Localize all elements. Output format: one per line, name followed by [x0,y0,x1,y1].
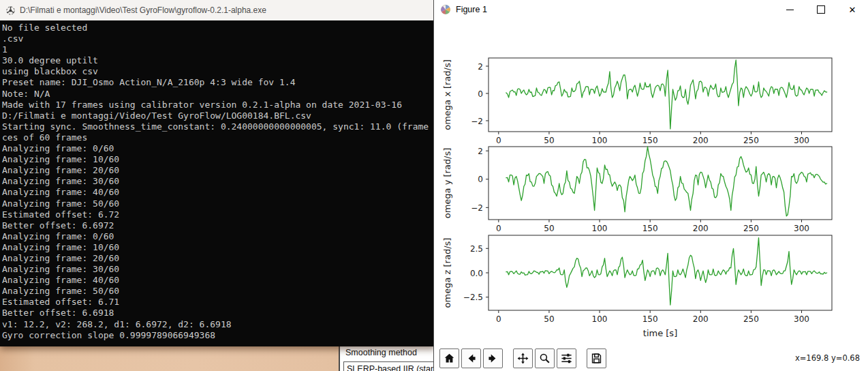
zoom-button[interactable] [535,348,555,368]
console-text[interactable]: No file selected.csv130.0 degree uptiltu… [0,20,436,346]
svg-text:50: 50 [544,314,554,324]
console-line: Analyzing frame: 0/60 [2,143,436,154]
screen: Smoothing method SLERP-based IIR (standa… [0,0,868,371]
svg-text:0: 0 [496,224,501,233]
svg-text:300: 300 [794,314,809,324]
sliders-icon [560,352,573,365]
svg-text:200: 200 [693,224,709,233]
svg-text:250: 250 [743,224,759,233]
maximize-button[interactable] [805,0,837,19]
svg-text:150: 150 [642,224,658,233]
home-icon [443,352,456,365]
console-line: Estimated offset: 6.71 [2,297,436,308]
back-button[interactable] [461,348,481,368]
console-line: Better offset: 6.6972 [2,220,436,231]
smoothing-panel: Smoothing method SLERP-based IIR (standa [339,344,435,371]
smoothing-method-select[interactable]: SLERP-based IIR (standa [343,361,435,371]
console-line: Analyzing frame: 0/60 [2,231,436,242]
forward-button[interactable] [483,348,503,368]
figure-titlebar[interactable]: Figure 1 ✕ [434,0,868,19]
home-button[interactable] [439,348,459,368]
maximize-icon [817,5,825,14]
svg-text:0: 0 [496,136,501,145]
matplotlib-logo-icon [440,4,451,15]
svg-text:300: 300 [794,224,809,233]
figure-plots-canvas[interactable]: 05010015020025030020−2omega x [rad/s]050… [434,19,868,345]
console-line: Analyzing frame: 10/60 [2,242,436,253]
figure-window: Figure 1 ✕ 05010015020025030020−2omega x… [433,0,868,371]
svg-text:−2.5: −2.5 [463,293,483,302]
svg-text:2: 2 [478,62,483,72]
svg-text:2: 2 [478,147,483,156]
svg-text:2.5: 2.5 [470,244,483,254]
console-line: Analyzing frame: 10/60 [2,154,436,165]
console-line: No file selected [2,23,436,33]
console-line: .csv [2,33,436,44]
svg-text:100: 100 [592,136,608,145]
gyroflow-icon [5,5,16,16]
minimize-button[interactable] [774,0,805,19]
console-line: 30.0 degree uptilt [2,55,436,66]
svg-text:−2: −2 [471,117,483,126]
svg-text:omega z [rad/s]: omega z [rad/s] [442,238,452,308]
console-line: D:/Filmati e montaggi/Video/Test GyroFlo… [2,110,436,121]
configure-subplots-button[interactable] [557,348,576,368]
save-button[interactable] [587,348,606,368]
svg-text:100: 100 [592,224,608,233]
zoom-icon [538,352,551,365]
svg-text:time [s]: time [s] [643,328,677,338]
console-line: Analyzing frame: 40/60 [2,187,436,198]
svg-text:150: 150 [642,314,658,324]
smoothing-method-label: Smoothing method [345,348,417,357]
gyroflow-window-strip: Smoothing method SLERP-based IIR (standa [0,344,434,371]
close-button[interactable]: ✕ [837,0,868,19]
console-titlebar[interactable]: D:\Filmati e montaggi\Video\Test GyroFlo… [0,0,436,20]
save-icon [590,352,603,365]
console-line: Preset name: DJI_Osmo Action_N/A_2160p 4… [2,77,436,88]
console-line: Made with 17 frames using calibrator ver… [2,100,436,110]
console-line: Analyzing frame: 20/60 [2,253,436,264]
svg-text:100: 100 [592,314,608,324]
svg-text:300: 300 [794,136,809,145]
console-line: Analyzing frame: 50/60 [2,198,436,209]
svg-text:50: 50 [544,136,554,145]
console-line: Analyzing frame: 20/60 [2,165,436,176]
svg-text:200: 200 [693,314,709,324]
svg-text:250: 250 [743,314,759,324]
svg-text:omega y [rad/s]: omega y [rad/s] [442,148,452,219]
smoothing-method-value: SLERP-based IIR (standa [347,364,435,371]
console-line: Note: N/A [2,89,436,100]
console-line: Estimated offset: 6.72 [2,209,436,220]
console-line: v1: 12.2, v2: 268.2, d1: 6.6972, d2: 6.6… [2,319,436,330]
svg-text:−2: −2 [471,203,483,213]
svg-text:0: 0 [478,175,483,184]
svg-text:250: 250 [743,136,759,145]
pan-icon [516,352,529,365]
svg-text:50: 50 [544,224,554,233]
svg-text:0: 0 [496,314,501,324]
svg-text:0.0: 0.0 [470,269,483,278]
pan-button[interactable] [513,348,533,368]
console-line: Analyzing frame: 40/60 [2,275,436,286]
console-line: ces of 60 frames [2,132,436,143]
console-line: 1 [2,44,436,55]
console-line: Better offset: 6.6918 [2,308,436,318]
svg-text:0: 0 [478,89,483,99]
svg-text:150: 150 [642,136,658,145]
back-arrow-icon [465,352,478,365]
console-line: Analyzing frame: 50/60 [2,286,436,297]
minimize-icon [786,10,794,10]
svg-text:omega x [rad/s]: omega x [rad/s] [442,59,452,130]
console-line: Analyzing frame: 30/60 [2,176,436,187]
forward-arrow-icon [486,352,499,365]
console-line: Analyzing frame: 30/60 [2,264,436,275]
figure-title: Figure 1 [456,5,487,14]
console-window: D:\Filmati e montaggi\Video\Test GyroFlo… [0,0,436,346]
console-line: Gyro correction slope 0.9999789066949368 [2,330,436,341]
console-line: Starting sync. Smoothness_time_constant:… [2,121,436,132]
matplotlib-toolbar: x=169.8 y=0.68 [434,345,868,371]
cursor-coordinates: x=169.8 y=0.68 [795,353,860,363]
close-icon: ✕ [849,5,856,14]
console-title: D:\Filmati e montaggi\Video\Test GyroFlo… [20,5,266,15]
console-line: using blackbox csv [2,66,436,77]
